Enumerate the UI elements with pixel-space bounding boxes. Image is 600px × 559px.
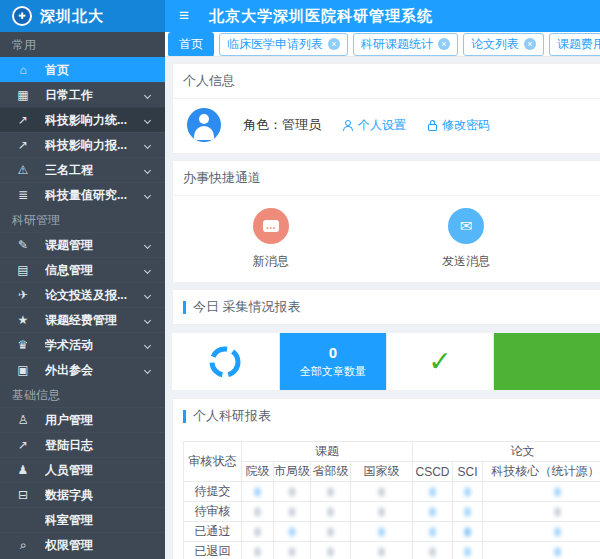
sidebar-item-label: 登陆日志 [45,437,165,454]
report-title-text: 个人科研报表 [193,407,271,425]
sidebar: 常用⌂首页▦日常工作↗科技影响力统...↗科技影响力报...⚠三名工程≣科技量值… [0,32,165,559]
blurred-count-value: 0 [463,506,472,518]
main-area: 首页临床医学申请列表×科研课题统计×论文列表×课题费用报表×用户列表× 个人信息… [165,32,600,559]
sidebar-item-2-5[interactable]: ⌕权限管理 [0,532,165,557]
table-col-header: 院级 [242,462,274,482]
table-row: 待审核0000000 [184,502,600,522]
sidebar-item-1-5[interactable]: ▣外出参会 [0,357,165,382]
blurred-count-value: 0 [326,526,335,538]
mail-circle-icon: ✉ [448,208,484,244]
sidebar-item-0-2[interactable]: ↗科技影响力统... [0,107,165,132]
sidebar-item-label: 论文投送及报... [45,287,145,304]
table-cell[interactable]: 0 [351,522,413,542]
sidebar-item-1-2[interactable]: ✈论文投送及报... [0,282,165,307]
table-cell[interactable]: 0 [413,502,453,522]
sidebar-item-0-4[interactable]: ⚠三名工程 [0,157,165,182]
top-header: ✚ 深圳北大 ≡ 北京大学深圳医院科研管理系统 [0,0,600,32]
tab-4[interactable]: 课题费用报表× [549,33,600,56]
blurred-count-value: 0 [326,546,335,558]
table-cell[interactable]: 0 [274,522,311,542]
personal-info-card: 个人信息 角色：管理员 个人设置 修改密码 [172,63,600,154]
tab-3[interactable]: 论文列表× [463,33,544,56]
stat-label: 全部文章数量 [300,364,366,379]
table-cell[interactable]: 0 [413,482,453,502]
collect-title-strip: 今日 采集情况报表 [172,289,600,325]
blurred-count-value: 0 [428,486,437,498]
sidebar-item-2-2[interactable]: ♟人员管理 [0,457,165,482]
close-icon[interactable]: × [438,38,450,50]
collect-title-text: 今日 采集情况报表 [193,298,301,316]
sidebar-item-1-0[interactable]: ✎课题管理 [0,232,165,257]
close-icon[interactable]: × [524,38,536,50]
sidebar-item-0-3[interactable]: ↗科技影响力报... [0,132,165,157]
close-icon[interactable]: × [328,38,340,50]
calendar-icon: ▦ [15,88,31,102]
blurred-count-value: 0 [253,526,262,538]
app-window: ✚ 深圳北大 ≡ 北京大学深圳医院科研管理系统 常用⌂首页▦日常工作↗科技影响力… [0,0,600,559]
table-cell[interactable]: 0 [453,482,483,502]
blurred-count-value: 0 [253,546,262,558]
sidebar-item-label: 科室管理 [45,512,165,529]
chevron-down-icon [144,166,151,173]
chevron-down-icon [144,291,151,298]
table-cell: 0 [351,482,413,502]
table-cell[interactable]: 0 [483,542,600,559]
blurred-count-value: 0 [288,486,297,498]
sidebar-item-0-1[interactable]: ▦日常工作 [0,82,165,107]
quick-action-0[interactable]: …新消息 [173,208,368,270]
tab-bar: 首页临床医学申请列表×科研课题统计×论文列表×课题费用报表×用户列表× [165,32,600,57]
table-cell[interactable]: 0 [483,522,600,542]
sidebar-item-1-3[interactable]: ★课题经费管理 [0,307,165,332]
stat-value: 0 [329,344,337,361]
collect-tile-fill [493,333,600,390]
sidebar-group-label: 基础信息 [0,382,165,407]
table-cell[interactable]: 0 [483,482,600,502]
table-cell[interactable]: 0 [242,482,274,502]
sidebar-item-2-1[interactable]: ↗登陆日志 [0,432,165,457]
tab-label: 科研课题统计 [361,36,433,53]
chart-icon: ↗ [15,438,31,452]
blurred-count-value: 0 [463,526,472,538]
quick-action-2[interactable]: 通知公告 [564,208,600,270]
sidebar-item-2-4[interactable]: 科室管理 [0,507,165,532]
hamburger-menu-icon[interactable]: ≡ [179,6,189,26]
sidebar-item-1-4[interactable]: ♛学术活动 [0,332,165,357]
table-cell[interactable]: 0 [413,522,453,542]
chevron-down-icon [144,316,151,323]
quick-action-1[interactable]: ✉发送消息 [368,208,563,270]
quick-actions-card: 办事快捷通道 …新消息✉发送消息通知公告 [172,160,600,283]
research-report-card: 个人科研报表 审核状态课题论文院级市局级省部级国家级CSCDSCI科技核心（统计… [172,398,600,559]
table-cell[interactable]: 0 [453,502,483,522]
tab-label: 论文列表 [471,36,519,53]
table-cell[interactable]: 0 [453,542,483,559]
tab-2[interactable]: 科研课题统计× [353,33,458,56]
personal-settings-link[interactable]: 个人设置 [343,117,406,134]
list-icon: ≣ [15,188,31,202]
section-marker [183,301,186,314]
chart-icon: ↗ [15,138,31,152]
blurred-count-value: 0 [377,546,386,558]
blurred-count-value: 0 [377,506,386,518]
alert-icon: ⚠ [15,163,31,177]
cap-icon: ♛ [15,338,31,352]
collect-tiles: 0全部文章数量✓ [172,333,600,390]
collect-tile-stat[interactable]: 0全部文章数量 [279,333,386,390]
sidebar-item-label: 数据字典 [45,487,165,504]
blurred-count-value: 0 [463,486,472,498]
app-title: 北京大学深圳医院科研管理系统 [209,7,433,26]
sidebar-item-1-1[interactable]: ▤信息管理 [0,257,165,282]
chevron-down-icon [144,241,151,248]
collect-tile-check: ✓ [386,333,493,390]
table-cell[interactable]: 0 [453,522,483,542]
tab-label: 临床医学申请列表 [227,36,323,53]
sidebar-item-2-0[interactable]: ♙用户管理 [0,407,165,432]
quick-actions-title: 办事快捷通道 [173,161,600,196]
tab-1[interactable]: 临床医学申请列表× [219,33,348,56]
blurred-count-value: 0 [463,546,472,558]
change-password-link[interactable]: 修改密码 [428,117,490,134]
tab-0[interactable]: 首页 [168,32,214,57]
collect-report-section: 今日 采集情况报表 0全部文章数量✓ [172,289,600,390]
sidebar-item-2-3[interactable]: ⊟数据字典 [0,482,165,507]
sidebar-item-0-5[interactable]: ≣科技量值研究... [0,182,165,207]
sidebar-item-0-0[interactable]: ⌂首页 [0,57,165,82]
